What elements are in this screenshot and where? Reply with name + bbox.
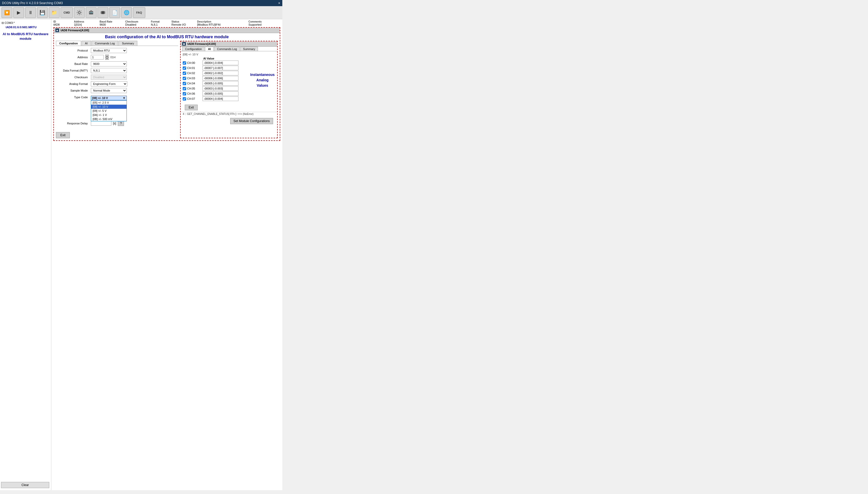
config-btn[interactable] [74, 7, 85, 18]
ch01-checkbox[interactable] [183, 66, 186, 70]
right-panel: ▣ tAD8 Firmware[A100] Configuration AI C… [180, 41, 278, 138]
sidebar-annotation: AI to ModBUS RTU hardware module [1, 30, 50, 43]
data-format-row: Data Format (INIT*) N,8,1 E,8,1 O,8,1 [56, 68, 178, 73]
ch00-checkbox[interactable] [183, 61, 186, 65]
ch07-label: CH:07 [187, 97, 203, 100]
ch04-value[interactable] [203, 81, 238, 86]
checksum-select: Disabled [91, 75, 127, 80]
ch06-checkbox[interactable] [183, 92, 186, 95]
address-hex: 01H [110, 56, 115, 59]
play-btn[interactable]: ▶ [13, 7, 24, 18]
ch00-value[interactable] [203, 60, 238, 65]
inner-exit-button[interactable]: Exit [185, 104, 198, 110]
inner-tab-commands-log[interactable]: Commands Log [214, 47, 240, 51]
clear-button[interactable]: Clear [1, 482, 49, 488]
inner-dialog-title: ▣ tAD8 Firmware[A100] [181, 41, 277, 47]
type-code-value: [08] +/- 10 V [92, 96, 108, 99]
globe-btn[interactable]: 🌐 [121, 7, 132, 18]
baud-select[interactable]: 9600 1200 2400 4800 19200 38400 57600 11… [91, 61, 127, 66]
type-code-option-0a[interactable]: [0A] +/- 1 V [91, 113, 127, 117]
type-code-selected[interactable]: [08] +/- 10 V ▼ [91, 96, 127, 100]
address-label: Address [74, 20, 99, 23]
window-close-btn[interactable]: × [278, 1, 280, 5]
module-btn[interactable] [86, 7, 96, 18]
save-btn[interactable]: 💾 [37, 7, 48, 18]
inner-status-bar: 4 :: GET_CHANNEL_ENABLE_STATUS[ FFh ]: =… [181, 112, 277, 116]
sample-mode-row: Sample Mode Normal Mode High Speed [56, 88, 178, 93]
ai-row-ch00: CH:00 [183, 60, 275, 65]
faq-btn[interactable]: FAQ [133, 7, 145, 18]
ch01-value[interactable] [203, 66, 238, 70]
tree-parent-label: COM3:* [5, 21, 15, 24]
analog-format-label: Analog Format [56, 82, 89, 86]
open-btn[interactable]: 📁 [49, 7, 59, 18]
question-button[interactable]: ? [118, 121, 124, 126]
app-title: DCON Utility Pro V 4.2.0.9 Searching COM… [2, 1, 63, 5]
tree-parent-item[interactable]: ⊟ COM3:* [2, 21, 50, 25]
type-code-dropdown-list: [05] +/- 2.5 V [08] +/- 10 V [09] +/- 5 … [91, 100, 127, 121]
tree-child-item[interactable]: tAD8:01:6:0:N81:MRTU [2, 25, 50, 29]
baud-value: 9600 [99, 23, 125, 26]
inner-exit-section: Exit [181, 103, 277, 112]
ch05-checkbox[interactable] [183, 87, 186, 90]
cmd-btn[interactable]: CMD [60, 7, 73, 18]
ch02-value[interactable] [203, 71, 238, 75]
tab-commands-log[interactable]: Commands Log [92, 41, 118, 46]
ch06-value[interactable] [203, 91, 238, 96]
data-format-select[interactable]: N,8,1 E,8,1 O,8,1 [91, 68, 127, 73]
checksum-form-label: Checksum [56, 76, 89, 79]
address-input[interactable] [91, 55, 104, 59]
address-value: 1[01h] [74, 23, 99, 26]
address-form-label: Address [56, 56, 89, 59]
doc-btn[interactable]: 📄 [109, 7, 120, 18]
tab-configuration[interactable]: Configuration [56, 41, 81, 46]
checksum-value: Disabled [125, 23, 151, 26]
inner-tab-ai[interactable]: AI [205, 47, 214, 51]
inner-tab-summary[interactable]: Summary [240, 47, 258, 51]
ch05-value[interactable] [203, 86, 238, 91]
chip-btn[interactable] [97, 7, 108, 18]
content-area: ID tAD8 Address 1[01h] Baud Rate 9600 Ch… [51, 19, 282, 490]
id-value: tAD8 [53, 23, 74, 26]
pause-btn[interactable]: ⏸ [25, 7, 36, 18]
response-delay-label: Response Delay [56, 122, 89, 125]
status-label: Status [171, 20, 197, 23]
protocol-select[interactable]: Modbus RTU DCON [91, 48, 127, 53]
ch04-checkbox[interactable] [183, 82, 186, 85]
address-down-btn[interactable]: ▼ [105, 57, 109, 60]
tab-summary[interactable]: Summary [118, 41, 137, 46]
type-code-option-08[interactable]: [08] +/- 10 V [91, 104, 127, 109]
type-code-dropdown-container: [08] +/- 10 V ▼ [05] +/- 2.5 V [08] +/- … [91, 96, 127, 100]
description-label: Description [197, 20, 248, 23]
analog-format-select[interactable]: Engineering Form Percent Two's complemen… [91, 81, 127, 87]
toolbar: 🔽 ▶ ⏸ 💾 📁 CMD 📄 🌐 FAQ [0, 6, 282, 19]
tab-ai[interactable]: AI [81, 41, 91, 46]
inner-tab-configuration[interactable]: Configuration [182, 47, 205, 51]
ch02-checkbox[interactable] [183, 72, 186, 75]
main-exit-button[interactable]: Exit [56, 132, 70, 138]
checksum-label: Checksum [125, 20, 151, 23]
ch07-checkbox[interactable] [183, 97, 186, 100]
inner-dialog-icon: ▣ [182, 42, 186, 46]
filter-btn[interactable]: 🔽 [2, 7, 12, 18]
ch03-label: CH:03 [187, 77, 203, 80]
ch03-checkbox[interactable] [183, 77, 186, 80]
ai-row-ch07: CH:07 [183, 96, 275, 101]
config-panel: Configuration AI Commands Log Summary Pr… [56, 41, 178, 138]
ch03-value[interactable] [203, 76, 238, 80]
set-module-button[interactable]: Set Module Configurations [230, 118, 273, 124]
svg-rect-3 [90, 12, 90, 13]
protocol-label: Protocol [56, 49, 89, 52]
main-dialog: ▣ tAD8 Firmware[A100] Basic configuratio… [53, 27, 280, 141]
type-code-option-05[interactable]: [05] +/- 2.5 V [91, 100, 127, 104]
main-tab-bar: Configuration AI Commands Log Summary [56, 41, 178, 46]
response-delay-input[interactable] [91, 121, 111, 126]
baud-label: Baud Rate [99, 20, 125, 23]
inner-dialog-title-text: tAD8 Firmware[A100] [187, 42, 216, 45]
type-code-option-09[interactable]: [09] +/- 5 V [91, 109, 127, 113]
address-up-btn[interactable]: ▲ [105, 55, 109, 57]
sample-mode-select[interactable]: Normal Mode High Speed [91, 88, 127, 93]
ch07-value[interactable] [203, 96, 238, 101]
type-code-option-0b[interactable]: [0B] +/- 500 mV [91, 117, 127, 121]
description-value: [Modbus RTU]8*AI [197, 23, 248, 26]
